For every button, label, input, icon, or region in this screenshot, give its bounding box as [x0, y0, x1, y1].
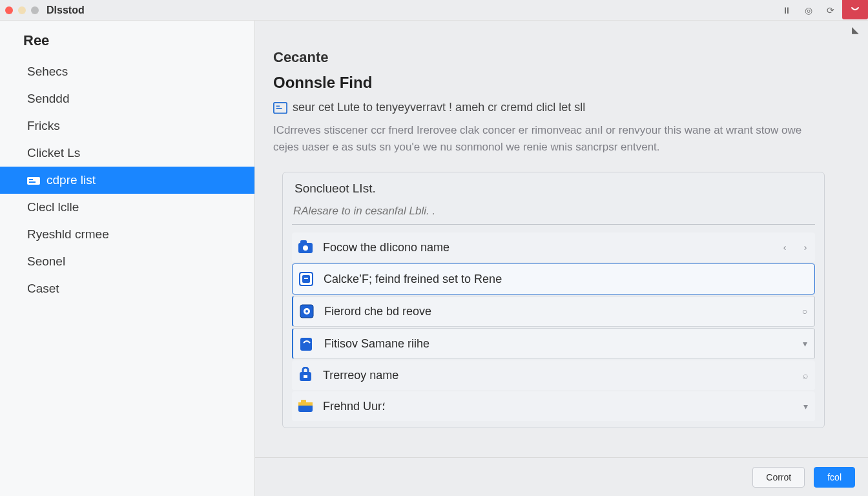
sidebar-item-label: Fricks — [27, 119, 60, 133]
list-item-label: Frehnd Uur؛ — [323, 399, 386, 413]
list-item-icon — [298, 271, 315, 287]
list-item[interactable]: Frehnd Uur؛▾ — [292, 391, 815, 421]
sidebar: Ree SehecsSendddFricksClicket Lscdpre li… — [0, 21, 255, 496]
list-item-label: Calcke’F; feind freined set to Rene — [324, 273, 502, 286]
save-button[interactable]: fcol — [814, 467, 855, 488]
sidebar-item-icon — [27, 175, 40, 185]
titlebar-refresh-icon[interactable]: ⟳ — [820, 3, 841, 18]
cancel-button[interactable]: Corrot — [752, 467, 805, 488]
sidebar-item-label: Senddd — [27, 92, 70, 106]
svg-rect-2 — [29, 181, 36, 183]
sidebar-item-5[interactable]: Clecl lclle — [0, 194, 254, 221]
sidebar-item-label: Caset — [27, 282, 59, 296]
svg-point-12 — [305, 310, 308, 313]
sidebar-item-8[interactable]: Caset — [0, 275, 254, 302]
row-action-icon[interactable]: ▾ — [801, 401, 810, 411]
svg-rect-1 — [29, 179, 33, 180]
sidebar-item-4[interactable]: cdpre list — [0, 167, 254, 194]
row-action-icon[interactable]: › — [801, 242, 810, 253]
workspace: Ree SehecsSendddFricksClicket Lscdpre li… — [0, 21, 868, 496]
panel-title: Sonclueot LIst. — [294, 181, 812, 196]
list-item-label: Trerreoy name — [323, 369, 398, 382]
list-item-label: Fierord che bd reove — [324, 305, 431, 318]
list-item-icon — [297, 398, 314, 415]
sidebar-item-2[interactable]: Fricks — [0, 112, 254, 140]
svg-rect-0 — [27, 177, 40, 185]
list-item[interactable]: Calcke’F; feind freined set to Rene — [292, 264, 815, 294]
sidebar-header: Ree — [0, 26, 254, 58]
hint-doc-icon — [273, 102, 287, 114]
svg-rect-17 — [301, 400, 306, 403]
list-item-controls: ‹› — [780, 242, 810, 253]
hint-text: seur cet Lute to tenyeyverravt ! ameh cr… — [293, 101, 585, 114]
sidebar-item-label: Clicket Ls — [27, 146, 80, 160]
list-item-icon — [298, 335, 315, 352]
sidebar-item-label: Clecl lclle — [27, 200, 79, 214]
list-panel: Sonclueot LIst. Focow the dIicono name‹›… — [282, 172, 825, 428]
sidebar-item-label: Seonel — [27, 254, 65, 269]
list-item-label: Focow the dIicono name — [323, 241, 450, 254]
list-item[interactable]: Focow the dIicono name‹› — [292, 232, 815, 262]
list-item-controls: ▾ — [800, 338, 809, 349]
sidebar-item-label: cdpre list — [46, 173, 96, 187]
traffic-max[interactable] — [31, 6, 39, 14]
svg-rect-14 — [304, 375, 307, 378]
sidebar-item-3[interactable]: Clicket Ls — [0, 140, 254, 167]
titlebar-target-icon[interactable]: ◎ — [798, 3, 819, 18]
list-item-controls: ⌕ — [801, 370, 810, 380]
footer: Corrot fcol — [255, 457, 868, 496]
page-title: Oonnsle Find — [273, 74, 842, 92]
list-item[interactable]: Fitisov Samane riihe▾ — [292, 328, 815, 359]
list-item[interactable]: Trerreoy name⌕ — [292, 360, 815, 390]
list-item[interactable]: Fierord che bd reove○ — [292, 296, 815, 327]
titlebar: Dlsstod ⏸ ◎ ⟳ — [0, 0, 868, 21]
sidebar-item-1[interactable]: Senddd — [0, 85, 254, 112]
app-title: Dlsstod — [46, 5, 85, 16]
row-action-icon[interactable]: ⌕ — [801, 370, 810, 380]
traffic-min[interactable] — [18, 6, 26, 14]
titlebar-close-icon[interactable] — [842, 0, 868, 19]
sidebar-item-0[interactable]: Sehecs — [0, 58, 254, 85]
search-input[interactable] — [292, 201, 815, 225]
list-item-icon — [298, 303, 315, 320]
traffic-close[interactable] — [5, 6, 13, 14]
corner-chevron-icon[interactable]: ◣ — [852, 25, 859, 35]
list-item-icon — [297, 239, 314, 256]
hint-row: seur cet Lute to tenyeyverravt ! ameh cr… — [273, 101, 842, 114]
sidebar-item-6[interactable]: Ryeshld crmee — [0, 221, 254, 248]
row-prev-icon[interactable]: ‹ — [780, 242, 789, 253]
svg-rect-9 — [304, 278, 308, 279]
list-item-icon — [297, 367, 314, 384]
titlebar-pause-icon[interactable]: ⏸ — [776, 3, 797, 18]
list-item-label: Fitisov Samane riihe — [324, 337, 429, 351]
row-action-icon[interactable]: ▾ — [800, 338, 809, 349]
sidebar-item-label: Ryeshld crmee — [27, 227, 109, 242]
list-item-controls: ▾ — [801, 401, 810, 411]
list-item-controls: ○ — [800, 306, 809, 316]
svg-point-6 — [303, 245, 308, 251]
item-list: Focow the dIicono name‹›Calcke’F; feind … — [292, 232, 815, 422]
sidebar-item-7[interactable]: Seonel — [0, 248, 254, 275]
sidebar-item-label: Sehecs — [27, 65, 68, 79]
svg-rect-5 — [300, 240, 307, 244]
row-action-icon[interactable]: ○ — [800, 306, 809, 316]
content-pane: ◣ Cecante Oonnsle Find seur cet Lute to … — [255, 21, 868, 496]
page-description: ICdrreves stiscener ccr fnerd Irerovee c… — [273, 122, 829, 155]
page-eyebrow: Cecante — [273, 49, 842, 66]
